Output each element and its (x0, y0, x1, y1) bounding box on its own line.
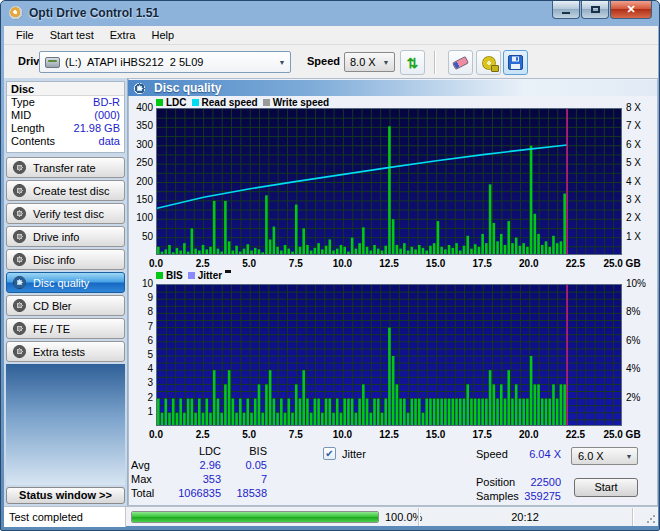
y-axis-label: 300 (128, 139, 153, 151)
save-button[interactable] (503, 50, 528, 75)
stats-row-avg: Avg2.960.05 (131, 458, 267, 472)
disc-icon (13, 184, 26, 197)
disc-info-label-length: Length (11, 122, 74, 135)
stats-speed-row: Speed6.04 X (476, 448, 561, 461)
legend-label: BIS (166, 270, 183, 281)
read-speed-swatch (192, 99, 199, 106)
sidebar-item-cd-bler[interactable]: CD Bler (6, 295, 125, 316)
stats-position-row: Position22500 (476, 476, 561, 489)
chart-plot (156, 108, 622, 255)
x-axis-label: 20.0 (519, 258, 538, 269)
test-speed-select[interactable]: 6.0 X ▼ (571, 447, 638, 465)
stats-samples-row: Samples359275 (476, 490, 561, 503)
legend-item-write-speed: Write speed (263, 97, 330, 108)
y-axis-label: 3 (128, 377, 153, 389)
eraser-icon (452, 55, 469, 69)
disc-info-row: Contentsdata (7, 135, 124, 148)
stats-value: 0.05 (221, 458, 267, 472)
chevron-down-icon: ▼ (274, 52, 290, 72)
jitter-checkbox[interactable]: ✔ (323, 447, 336, 460)
disc-lock-button[interactable] (476, 50, 501, 75)
write-speed-value: 8.0 X (345, 56, 378, 68)
panel-header: Disc quality (128, 80, 657, 96)
y-axis-label-right: 3 X (626, 194, 658, 206)
disc-info-value-type: BD-R (93, 96, 120, 109)
minimize-button[interactable] (552, 1, 580, 19)
disc-info-value-contents: data (99, 135, 120, 148)
app-window: Opti Drive Control 1.51 ✕ FileStart test… (0, 0, 660, 531)
disc-icon (13, 345, 26, 358)
toolbar-separator (434, 51, 435, 74)
menu-item-extra[interactable]: Extra (102, 27, 144, 43)
legend-item-jitter: Jitter (188, 270, 231, 281)
y-axis-label: 2 (128, 392, 153, 404)
write-speed-select[interactable]: 8.0 X ▼ (344, 52, 395, 72)
sidebar-item-label: Verify test disc (33, 208, 104, 220)
sidebar-item-create-test-disc[interactable]: Create test disc (6, 180, 125, 201)
minimize-icon (562, 12, 570, 14)
menu-bar: FileStart testExtraHelp (4, 26, 658, 45)
y-axis-label: 8 (128, 306, 153, 318)
elapsed-time: 20:12 (419, 507, 631, 527)
menu-item-help[interactable]: Help (143, 27, 182, 43)
x-axis-label: 22.5 (566, 429, 585, 440)
disc-info-header: Disc (7, 82, 124, 96)
disc-info-row: TypeBD-R (7, 96, 124, 109)
stats-value: 2.96 (175, 458, 221, 472)
sidebar-item-disc-quality[interactable]: Disc quality (6, 272, 125, 293)
bis-swatch (156, 272, 163, 279)
x-axis-label: 15.0 (426, 258, 445, 269)
x-axis-label: 0.0 (149, 258, 163, 269)
sidebar-item-extra-tests[interactable]: Extra tests (6, 341, 125, 362)
stats-speed-label: Speed (476, 448, 508, 461)
x-axis-label: 17.5 (472, 258, 491, 269)
disc-info-label-type: Type (11, 96, 93, 109)
close-button[interactable]: ✕ (610, 1, 652, 19)
resize-grip[interactable] (646, 514, 656, 524)
drive-select[interactable]: (L:) ATAPI iHBS212 2 5L09 ▼ (39, 51, 291, 73)
disc-info-label-contents: Contents (11, 135, 99, 148)
sidebar-item-label: Disc quality (33, 277, 89, 289)
sidebar-item-drive-info[interactable]: Drive info (6, 226, 125, 247)
sidebar-item-disc-info[interactable]: Disc info (6, 249, 125, 270)
speed-label: Speed (307, 55, 340, 67)
statusbar-separator (632, 508, 633, 526)
sidebar: Disc TypeBD-RMID(000)Length21.98 GBConte… (4, 78, 128, 506)
maximize-button[interactable] (581, 1, 609, 19)
refresh-button[interactable]: ⇄ (400, 50, 425, 75)
chart-plot (156, 284, 622, 426)
progress-percent: 100.0% (385, 507, 422, 527)
sidebar-item-fe-te[interactable]: FE / TE (6, 318, 125, 339)
stats-table: LDCBISAvg2.960.05Max3537Total10668351853… (131, 444, 267, 500)
x-axis-label: 5.0 (242, 258, 256, 269)
disc-info-value-length: 21.98 GB (74, 122, 120, 135)
stats-column-ldc: LDC (175, 444, 221, 458)
y-axis-label: 250 (128, 157, 153, 169)
x-axis-label: 5.0 (242, 429, 256, 440)
disc-icon (13, 253, 26, 266)
write-speed-swatch (263, 99, 270, 106)
sidebar-item-verify-test-disc[interactable]: Verify test disc (6, 203, 125, 224)
title-bar[interactable]: Opti Drive Control 1.51 ✕ (1, 1, 659, 26)
menu-item-file[interactable]: File (8, 27, 42, 43)
ldc-swatch (156, 99, 163, 106)
stats-corner (131, 444, 175, 458)
window-title: Opti Drive Control 1.51 (29, 6, 159, 20)
start-button[interactable]: Start (574, 478, 638, 497)
x-axis-label: 20.0 (519, 429, 538, 440)
menu-item-start-test[interactable]: Start test (42, 27, 102, 43)
sidebar-item-transfer-rate[interactable]: Transfer rate (6, 157, 125, 178)
stats-row-label: Max (131, 472, 175, 486)
x-axis-label: 12.5 (379, 258, 398, 269)
y-axis-label: 4 (128, 363, 153, 375)
chevron-down-icon: ▼ (621, 448, 637, 464)
status-window-button[interactable]: Status window >> (6, 487, 125, 504)
panel-title: Disc quality (154, 81, 221, 95)
bis-chart: BISJitter1098765432110%8%6%4%2%0.02.55.0… (128, 270, 658, 442)
drive-select-value: (L:) ATAPI iHBS212 2 5L09 (65, 56, 274, 68)
y-axis-label: 350 (128, 120, 153, 132)
y-axis-label: 10 (128, 278, 153, 290)
x-axis-label: 25.0 GB (603, 258, 640, 269)
erase-disc-button[interactable] (448, 50, 473, 75)
jitter-option[interactable]: ✔ Jitter (323, 447, 366, 460)
